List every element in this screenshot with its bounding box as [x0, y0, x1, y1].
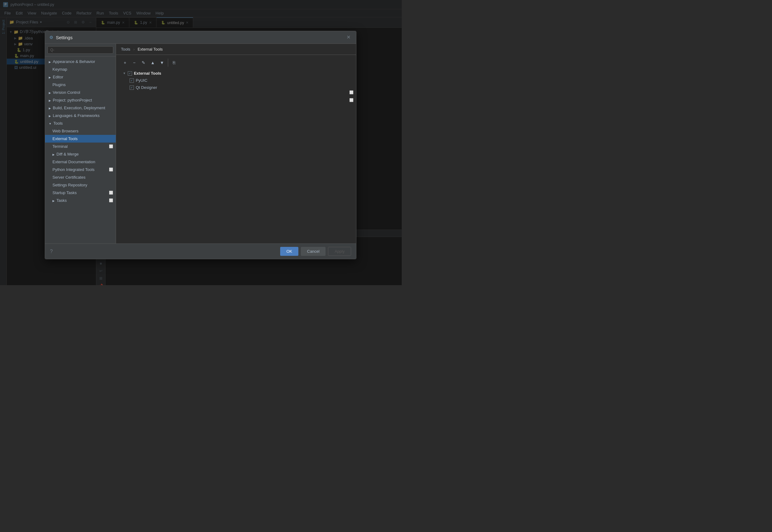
settings-item-external-tools[interactable]: External Tools: [45, 135, 116, 143]
tools-item-pyuic[interactable]: ✓ PyUIC: [121, 77, 351, 84]
settings-item-ext-doc[interactable]: External Documentation: [45, 158, 116, 166]
diff-chevron-icon: [52, 152, 55, 156]
dialog-title: ⚙ Settings: [49, 35, 73, 40]
group-chevron-icon: ▼: [123, 72, 126, 75]
dialog-close-button[interactable]: ✕: [345, 34, 352, 40]
move-down-tool-button[interactable]: ▼: [158, 59, 166, 67]
settings-item-languages[interactable]: Languages & Frameworks: [45, 112, 116, 119]
apply-button[interactable]: Apply: [328, 247, 351, 256]
python-tools-plugin-icon: ⬜: [109, 168, 113, 172]
dialog-overlay: ⚙ Settings ✕ Appearance & Behavior Keym: [0, 0, 402, 285]
breadcrumb-sep: ›: [133, 47, 135, 52]
settings-item-diff-merge[interactable]: Diff & Merge: [45, 150, 116, 158]
settings-search-input[interactable]: [48, 46, 113, 54]
tools-group-external[interactable]: ▼ ✓ External Tools: [121, 70, 351, 77]
cancel-button[interactable]: Cancel: [301, 247, 326, 256]
tasks-chevron-icon: [52, 198, 55, 203]
startup-tasks-plugin-icon: ⬜: [109, 191, 113, 195]
remove-tool-button[interactable]: −: [130, 59, 138, 67]
tools-tree: ▼ ✓ External Tools ✓ PyUIC ✓ Qt Designer: [121, 70, 351, 91]
build-chevron-icon: [49, 106, 51, 110]
settings-main: + − ✎ ▲ ▼ ⎘ ▼ ✓ External Tools: [116, 55, 356, 243]
copy-tool-button[interactable]: ⎘: [170, 59, 178, 67]
pyuic-checkbox[interactable]: ✓: [130, 78, 134, 83]
languages-chevron-icon: [49, 113, 51, 118]
settings-item-settings-repo[interactable]: Settings Repository: [45, 181, 116, 189]
footer-buttons: OK Cancel Apply: [280, 247, 351, 256]
settings-item-terminal[interactable]: Terminal ⬜: [45, 143, 116, 150]
edit-tool-button[interactable]: ✎: [139, 59, 147, 67]
settings-breadcrumb: Tools › External Tools: [116, 44, 356, 55]
vcs-chevron-icon: [49, 90, 51, 95]
dialog-title-bar: ⚙ Settings ✕: [45, 31, 356, 44]
settings-search: [45, 44, 116, 56]
settings-dialog: ⚙ Settings ✕ Appearance & Behavior Keym: [45, 31, 356, 259]
settings-item-project[interactable]: Project: pythonProject ⬜: [45, 96, 116, 104]
ok-button[interactable]: OK: [280, 247, 298, 256]
settings-item-web-browsers[interactable]: Web Browsers: [45, 127, 116, 135]
settings-item-server-certs[interactable]: Server Certificates: [45, 173, 116, 181]
group-checkbox[interactable]: ✓: [128, 71, 132, 76]
help-button[interactable]: ?: [50, 249, 53, 254]
terminal-plugin-icon: ⬜: [109, 144, 113, 148]
settings-item-build[interactable]: Build, Execution, Deployment: [45, 104, 116, 112]
content-toolbar: + − ✎ ▲ ▼ ⎘: [121, 59, 351, 67]
project-chevron-icon: [49, 98, 51, 102]
settings-item-tasks[interactable]: Tasks ⬜: [45, 197, 116, 204]
dialog-body: Appearance & Behavior Keymap Editor Plug…: [45, 44, 356, 243]
settings-item-appearance[interactable]: Appearance & Behavior: [45, 58, 116, 65]
appearance-chevron-icon: [49, 59, 51, 64]
dialog-settings-icon: ⚙: [49, 35, 53, 40]
settings-item-vcs[interactable]: Version Control ⬜: [45, 89, 116, 96]
settings-item-plugins[interactable]: Plugins: [45, 81, 116, 89]
settings-content: Tools › External Tools + − ✎ ▲ ▼ ⎘: [116, 44, 356, 243]
settings-tree: Appearance & Behavior Keymap Editor Plug…: [45, 56, 116, 243]
tools-item-qtdesigner[interactable]: ✓ Qt Designer: [121, 84, 351, 91]
editor-chevron-icon: [49, 75, 51, 79]
settings-item-keymap[interactable]: Keymap: [45, 65, 116, 73]
settings-item-editor[interactable]: Editor: [45, 73, 116, 81]
settings-item-tools[interactable]: Tools: [45, 119, 116, 127]
settings-nav: Appearance & Behavior Keymap Editor Plug…: [45, 44, 116, 243]
add-tool-button[interactable]: +: [121, 59, 129, 67]
move-up-tool-button[interactable]: ▲: [149, 59, 157, 67]
qtdesigner-checkbox[interactable]: ✓: [130, 85, 134, 90]
tools-chevron-icon: [49, 121, 52, 126]
settings-item-startup-tasks[interactable]: Startup Tasks ⬜: [45, 189, 116, 197]
tasks-plugin-icon: ⬜: [109, 198, 113, 202]
settings-item-python-tools[interactable]: Python Integrated Tools ⬜: [45, 166, 116, 173]
dialog-footer: ? OK Cancel Apply: [45, 243, 356, 259]
